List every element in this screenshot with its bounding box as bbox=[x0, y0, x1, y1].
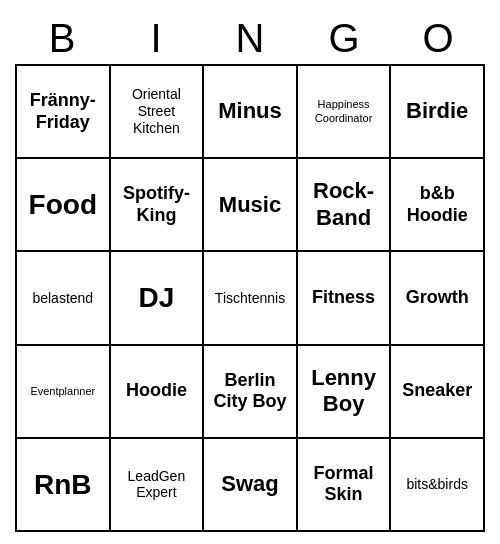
header-letter-o: O bbox=[391, 16, 485, 61]
bingo-cell-11: DJ bbox=[111, 252, 205, 345]
bingo-cell-20: RnB bbox=[17, 439, 111, 532]
bingo-cell-18: Lenny Boy bbox=[298, 346, 392, 439]
bingo-cell-16: Hoodie bbox=[111, 346, 205, 439]
bingo-cell-3: Happiness Coordinator bbox=[298, 66, 392, 159]
cell-text-24: bits&birds bbox=[406, 476, 467, 493]
cell-text-3: Happiness Coordinator bbox=[302, 98, 386, 124]
cell-text-21: LeadGen Expert bbox=[115, 468, 199, 502]
cell-text-14: Growth bbox=[406, 287, 469, 309]
bingo-cell-14: Growth bbox=[391, 252, 485, 345]
cell-text-0: Fränny-Friday bbox=[30, 90, 96, 133]
cell-text-9: b&b Hoodie bbox=[395, 183, 479, 226]
cell-text-4: Birdie bbox=[406, 98, 468, 124]
cell-text-23: Formal Skin bbox=[302, 463, 386, 506]
bingo-cell-17: Berlin City Boy bbox=[204, 346, 298, 439]
cell-text-1: Oriental Street Kitchen bbox=[115, 86, 199, 136]
cell-text-10: belastend bbox=[32, 290, 93, 307]
cell-text-7: Music bbox=[219, 192, 281, 218]
bingo-cell-23: Formal Skin bbox=[298, 439, 392, 532]
cell-text-8: Rock-Band bbox=[302, 178, 386, 231]
bingo-cell-4: Birdie bbox=[391, 66, 485, 159]
bingo-cell-2: Minus bbox=[204, 66, 298, 159]
cell-text-5: Food bbox=[29, 188, 97, 222]
bingo-cell-8: Rock-Band bbox=[298, 159, 392, 252]
bingo-cell-21: LeadGen Expert bbox=[111, 439, 205, 532]
bingo-cell-6: Spotify-King bbox=[111, 159, 205, 252]
cell-text-15: Eventplanner bbox=[30, 385, 95, 398]
header-letter-g: G bbox=[297, 16, 391, 61]
bingo-cell-22: Swag bbox=[204, 439, 298, 532]
cell-text-11: DJ bbox=[138, 281, 174, 315]
header-letter-i: I bbox=[109, 16, 203, 61]
cell-text-20: RnB bbox=[34, 468, 92, 502]
cell-text-18: Lenny Boy bbox=[302, 365, 386, 418]
bingo-cell-15: Eventplanner bbox=[17, 346, 111, 439]
cell-text-13: Fitness bbox=[312, 287, 375, 309]
bingo-card: BINGO Fränny-FridayOriental Street Kitch… bbox=[15, 12, 485, 532]
bingo-cell-5: Food bbox=[17, 159, 111, 252]
bingo-cell-13: Fitness bbox=[298, 252, 392, 345]
cell-text-12: Tischtennis bbox=[215, 290, 285, 307]
header-letter-n: N bbox=[203, 16, 297, 61]
bingo-grid: Fränny-FridayOriental Street KitchenMinu… bbox=[15, 64, 485, 532]
header-letter-b: B bbox=[15, 16, 109, 61]
bingo-cell-1: Oriental Street Kitchen bbox=[111, 66, 205, 159]
bingo-cell-24: bits&birds bbox=[391, 439, 485, 532]
cell-text-2: Minus bbox=[218, 98, 282, 124]
bingo-cell-10: belastend bbox=[17, 252, 111, 345]
cell-text-6: Spotify-King bbox=[115, 183, 199, 226]
bingo-cell-19: Sneaker bbox=[391, 346, 485, 439]
cell-text-16: Hoodie bbox=[126, 380, 187, 402]
bingo-header: BINGO bbox=[15, 12, 485, 64]
cell-text-22: Swag bbox=[221, 471, 278, 497]
bingo-cell-7: Music bbox=[204, 159, 298, 252]
cell-text-17: Berlin City Boy bbox=[208, 370, 292, 413]
bingo-cell-9: b&b Hoodie bbox=[391, 159, 485, 252]
cell-text-19: Sneaker bbox=[402, 380, 472, 402]
bingo-cell-0: Fränny-Friday bbox=[17, 66, 111, 159]
bingo-cell-12: Tischtennis bbox=[204, 252, 298, 345]
